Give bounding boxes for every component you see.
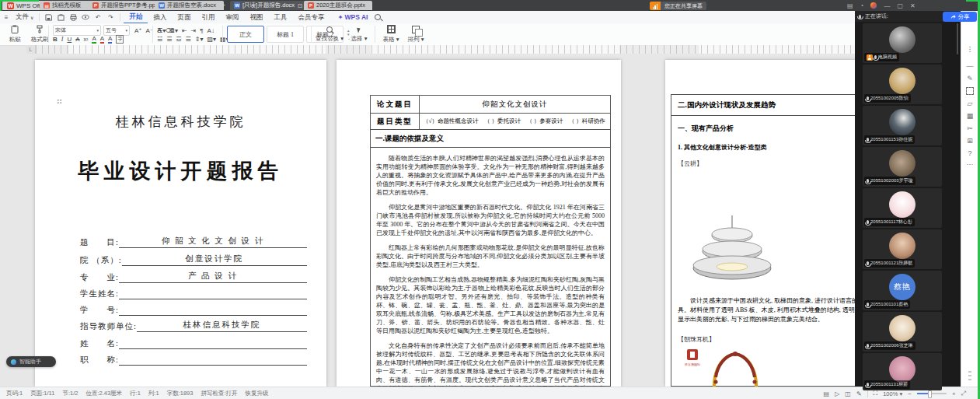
increase-font-icon[interactable]: A⁺	[134, 27, 142, 34]
fit-page-icon[interactable]: ⛶	[874, 390, 878, 397]
outline-view-icon[interactable]: ✎	[856, 390, 862, 397]
italic-button[interactable]: I	[61, 36, 64, 43]
meeting-scrollbar[interactable]	[957, 23, 958, 54]
file-menu[interactable]: 文件∨	[12, 12, 37, 22]
strip-scroll-mark[interactable]	[968, 375, 971, 376]
document-canvas[interactable]: 桂林信息科技学院 毕业设计开题报告 题 目:仰 韶 文 化 文 创 设 计 院 …	[0, 54, 980, 387]
align-center-icon[interactable]: ☰	[166, 36, 172, 43]
zoom-slider[interactable]	[917, 393, 947, 394]
table-button[interactable]: 表格 ▾	[382, 25, 400, 44]
strip-scroll-mark[interactable]	[968, 371, 971, 373]
char-shading-button[interactable]: A	[108, 35, 112, 44]
outdent-icon[interactable]: ⇤	[182, 27, 187, 34]
strip-grip-icon[interactable]: ⋮	[961, 45, 978, 53]
strikethrough-button[interactable]: A	[75, 36, 79, 43]
find-replace-button[interactable]: 查找替换 ▾	[316, 26, 344, 43]
participant-tile[interactable]: 20551001121段婷航	[863, 229, 942, 269]
menu-tab-view[interactable]: 视图	[244, 11, 268, 23]
page-proposal-body[interactable]: 论文题目 仰韶文化文创设计 题目类型 （√）命题性概念设计 （ ）委托设计 （ …	[337, 60, 621, 387]
participant-tile[interactable]: 电脑视频	[863, 23, 942, 63]
save-icon[interactable]	[44, 13, 52, 21]
style-normal[interactable]: 正文	[227, 26, 264, 43]
shading-icon[interactable]: ▨▾	[207, 36, 216, 43]
lasso-select-icon[interactable]	[961, 87, 978, 96]
tab-active-readonly-doc[interactable]: W [只读]开题报告.docx ⊡ ×	[230, 1, 309, 10]
wps-ai-button[interactable]: ✦ WPS AI	[337, 13, 368, 21]
participant-tile[interactable]: 20551002006张芝琳	[863, 312, 942, 352]
zoom-value[interactable]: 100% ▾	[883, 390, 902, 397]
strip-scroll-mark[interactable]	[968, 379, 971, 380]
bold-button[interactable]: B	[53, 36, 58, 43]
participant-tile[interactable]: 20551002005陈怡	[863, 65, 942, 104]
skin-icon[interactable]	[870, 2, 877, 9]
participant-tile[interactable]: 20551001153孙佳妮	[863, 106, 942, 145]
close-window-icon[interactable]: ✕	[910, 2, 915, 9]
zoom-in-button[interactable]: +	[952, 390, 956, 397]
superscript-button[interactable]: x²	[84, 37, 89, 42]
tab-blank-form-doc[interactable]: W 开题报告空表.docx	[155, 1, 224, 10]
underline-button[interactable]: U	[67, 36, 71, 43]
menu-tab-reference[interactable]: 引用	[196, 11, 220, 23]
menu-tab-review[interactable]: 审阅	[220, 11, 244, 23]
align-left-icon[interactable]: ☱	[157, 36, 162, 43]
tab-theme-ppt[interactable]: P 2020主题班会.pptx	[304, 1, 372, 10]
minimize-icon[interactable]: —	[884, 2, 890, 9]
zoom-out-button[interactable]: −	[908, 390, 912, 397]
tab-docer-template[interactable]: ▤ 找稻壳模板	[40, 1, 94, 10]
status-word-count[interactable]: 字数:1893	[167, 390, 194, 397]
redo-icon[interactable]: ↷	[106, 13, 114, 21]
paste-button[interactable]: 粘贴	[5, 25, 25, 44]
participant-tile[interactable]: 20551001131林娇	[863, 353, 942, 390]
menu-tab-insert[interactable]: 插入	[148, 11, 172, 23]
table-move-handle-icon[interactable]	[57, 99, 62, 104]
print-icon[interactable]	[69, 13, 77, 21]
more-tools-icon[interactable]: ···	[961, 160, 978, 168]
menu-tab-page[interactable]: 页面	[172, 11, 196, 23]
menu-tab-tools[interactable]: 工具	[268, 11, 292, 23]
help-icon[interactable]: ?	[961, 149, 978, 157]
menu-tab-member[interactable]: 会员专享	[292, 11, 330, 23]
strip-minimize-icon[interactable]: —	[961, 62, 978, 70]
pin-tab-icon[interactable]: ⊡	[298, 2, 302, 9]
tab-ppt-reference[interactable]: P 开题报告PPT参考.pptx	[89, 1, 160, 10]
shapes-icon[interactable]: ▱	[961, 100, 978, 107]
font-color-button[interactable]: A	[100, 35, 104, 44]
sort-icon[interactable]: A↓	[208, 27, 214, 34]
image-tool-icon[interactable]: ▦	[961, 112, 978, 120]
justify-icon[interactable]: ☰	[186, 36, 191, 43]
frame-tool-icon[interactable]: ⊞	[961, 137, 978, 145]
page-view-icon[interactable]: ▤	[824, 390, 830, 397]
preview-icon[interactable]	[82, 13, 89, 21]
participant-tile[interactable]: 蔡艳 20551001101蔡艳	[863, 271, 942, 310]
enclose-char-button[interactable]: 字	[116, 35, 124, 44]
new-tab-button[interactable]: +	[218, 1, 228, 10]
fullscreen-icon[interactable]: ⤢	[961, 390, 966, 397]
night-mode-icon[interactable]: ◔	[860, 2, 864, 9]
status-restore-upgrade[interactable]: 恢复升级	[246, 390, 269, 397]
select-button[interactable]: 选择 ▾	[350, 26, 368, 43]
pen-annotate-icon[interactable]: ✎	[961, 75, 978, 82]
output-icon[interactable]	[57, 13, 65, 21]
layout-mode-icon[interactable]: ▤	[847, 2, 853, 9]
restore-icon[interactable]: ▢	[897, 2, 903, 9]
menu-tab-home[interactable]: 开始	[124, 10, 148, 24]
indent-icon[interactable]: ⇥	[191, 27, 197, 34]
participant-tile[interactable]: 20551002003罗宇璇	[863, 147, 942, 187]
highlight-button[interactable]: A	[92, 35, 96, 44]
number-list-icon[interactable]: ≣▾	[169, 27, 178, 34]
read-mode-icon[interactable]: ▷	[835, 390, 839, 397]
meeting-participants-panel[interactable]: 正在讲话: ◁) ⌃ 电脑视频 20551002005陈怡 2055100115…	[855, 11, 961, 387]
screen-sharing-badge[interactable]: 您正在共享屏幕	[650, 2, 706, 10]
web-view-icon[interactable]: ◫	[845, 390, 851, 397]
page-analysis[interactable]: 二.国内外设计现状及发展趋势 一、现有产品分析 1. 其他文化创意设计分析-造型…	[665, 60, 863, 387]
arrange-button[interactable]: 排列 ▾	[406, 26, 425, 44]
style-heading1[interactable]: 标题 1	[267, 26, 304, 43]
cut-tool-icon[interactable]: ✂	[961, 124, 978, 132]
undo-icon[interactable]: ↶	[94, 13, 102, 21]
search-command-icon[interactable]	[374, 13, 382, 21]
bullet-list-icon[interactable]: ☰▾	[157, 27, 166, 34]
line-spacing-icon[interactable]: ⇕▾	[195, 36, 204, 43]
page-cover[interactable]: 桂林信息科技学院 毕业设计开题报告 题 目:仰 韶 文 化 文 创 设 计 院 …	[35, 60, 326, 387]
hamburger-icon[interactable]: ≡	[2, 13, 10, 21]
status-spellcheck[interactable]: 拼写检查:打开	[201, 390, 237, 397]
